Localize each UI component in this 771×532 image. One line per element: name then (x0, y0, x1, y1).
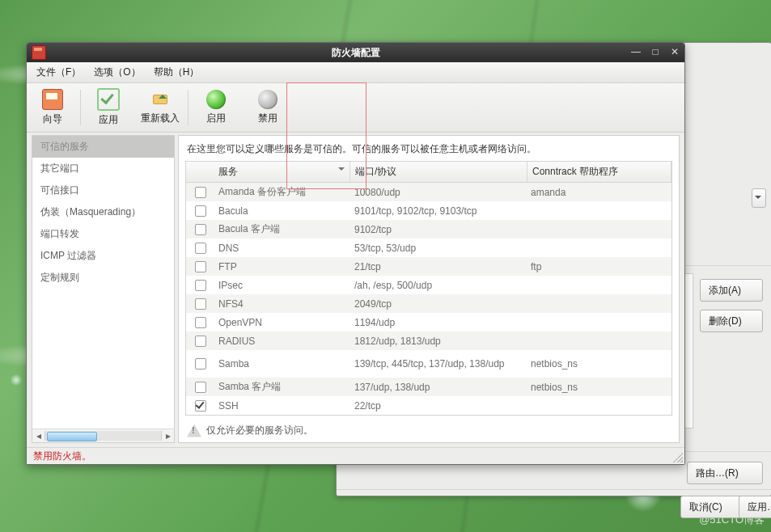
wizard-label: 向导 (43, 112, 62, 126)
cell-port: 2049/tcp (349, 296, 526, 312)
cell-port: 53/tcp, 53/udp (349, 240, 526, 256)
maximize-button[interactable]: □ (649, 45, 662, 58)
cell-port: 1812/udp, 1813/udp (349, 333, 526, 349)
wizard-icon (42, 89, 63, 110)
sidebar-item[interactable]: 其它端口 (32, 158, 174, 179)
divider (337, 489, 771, 490)
row-checkbox[interactable] (195, 224, 206, 235)
row-checkbox[interactable] (195, 298, 206, 310)
firewall-window: 防火墙配置 — □ ✕ 文件（F） 选项（O） 帮助（H） 向导 应用 重新载入… (26, 42, 685, 465)
sidebar: 可信的服务其它端口可信接口伪装（Masquerading）端口转发ICMP 过滤… (32, 135, 175, 443)
table-row[interactable]: Samba139/tcp, 445/tcp, 137/udp, 138/udpn… (186, 350, 671, 378)
footer-text: 仅允许必要的服务访问。 (206, 424, 313, 437)
separator (188, 90, 189, 125)
scroll-left-icon[interactable]: ◂ (32, 430, 44, 441)
disable-label: 禁用 (258, 112, 277, 125)
cell-service: Amanda 备份客户端 (214, 183, 349, 201)
row-checkbox[interactable] (195, 261, 206, 272)
scroll-track[interactable] (44, 431, 162, 441)
sidebar-item[interactable]: 可信的服务 (32, 136, 174, 158)
row-checkbox[interactable] (195, 280, 206, 291)
delete-button[interactable]: 删除(D) (700, 310, 763, 332)
cell-conntrack (526, 320, 671, 325)
cell-conntrack (526, 246, 671, 251)
row-checkbox[interactable] (195, 243, 206, 254)
sidebar-item[interactable]: 端口转发 (32, 223, 174, 245)
sidebar-item[interactable]: 可信接口 (32, 179, 174, 201)
cell-service: RADIUS (214, 333, 349, 349)
row-checkbox[interactable] (195, 400, 206, 412)
cell-conntrack: netbios_ns (526, 379, 671, 395)
cell-port: 9102/tcp (349, 222, 526, 238)
content-panel: 在这里您可以定义哪些服务是可信的。可信的服务可以被任意主机或者网络访问。 服务 … (178, 135, 680, 443)
table-row[interactable]: Bacula 客户端9102/tcp (186, 220, 671, 239)
table-header: 服务 端口/协议 Conntrack 帮助程序 (186, 162, 671, 183)
sidebar-item[interactable]: 定制规则 (32, 267, 174, 289)
footer-note: 仅允许必要的服务访问。 (179, 419, 679, 442)
enable-button[interactable]: 启用 (190, 83, 242, 132)
scroll-thumb[interactable] (47, 432, 97, 441)
row-checkbox[interactable] (195, 382, 206, 393)
cell-service: Samba (214, 356, 349, 372)
cell-service: OpenVPN (214, 315, 349, 331)
apply-button[interactable]: 应用… (739, 496, 771, 518)
status-text: 禁用防火墙。 (33, 450, 91, 463)
reload-button[interactable]: 重新载入 (134, 83, 186, 132)
menubar: 文件（F） 选项（O） 帮助（H） (27, 62, 684, 83)
row-checkbox[interactable] (195, 187, 206, 198)
cell-service: Bacula 客户端 (214, 220, 349, 239)
cell-port: 1194/udp (349, 315, 526, 331)
table-row[interactable]: IPsec/ah, /esp, 500/udp (186, 276, 671, 294)
cell-port: 137/udp, 138/udp (349, 379, 526, 395)
row-checkbox[interactable] (195, 336, 206, 347)
col-port[interactable]: 端口/协议 (350, 162, 527, 182)
table-row[interactable]: Bacula9101/tcp, 9102/tcp, 9103/tcp (186, 201, 671, 220)
col-conntrack[interactable]: Conntrack 帮助程序 (527, 162, 671, 182)
sidebar-scrollbar[interactable]: ◂ ▸ (32, 429, 174, 442)
cell-service: DNS (214, 240, 349, 256)
cell-conntrack (526, 227, 671, 232)
table-row[interactable]: Samba 客户端137/udp, 138/udpnetbios_ns (186, 378, 671, 396)
check-icon (97, 88, 120, 111)
add-button[interactable]: 添加(A) (700, 279, 763, 302)
wizard-button[interactable]: 向导 (27, 83, 78, 132)
cell-port: 9101/tcp, 9102/tcp, 9103/tcp (349, 203, 526, 219)
sidebar-item[interactable]: ICMP 过滤器 (32, 245, 174, 267)
separator (80, 90, 81, 125)
combo-toggle[interactable] (752, 188, 766, 208)
apply-button[interactable]: 应用 (83, 83, 134, 132)
sidebar-item[interactable]: 伪装（Masquerading） (32, 201, 174, 223)
col-checkbox[interactable] (186, 162, 214, 182)
scroll-right-icon[interactable]: ▸ (162, 430, 174, 441)
table-row[interactable]: NFS42049/tcp (186, 294, 671, 313)
close-button[interactable]: ✕ (668, 45, 681, 58)
menu-options[interactable]: 选项（O） (89, 64, 145, 81)
row-checkbox[interactable] (195, 358, 206, 369)
table-row[interactable]: RADIUS1812/udp, 1813/udp (186, 331, 671, 350)
cell-port: /ah, /esp, 500/udp (349, 277, 526, 293)
table-row[interactable]: FTP21/tcpftp (186, 257, 671, 276)
table-row[interactable]: DNS53/tcp, 53/udp (186, 239, 671, 257)
route-button[interactable]: 路由…(R) (687, 462, 763, 484)
table-row[interactable]: OpenVPN1194/udp (186, 313, 671, 331)
menu-file[interactable]: 文件（F） (32, 64, 86, 81)
row-checkbox[interactable] (195, 205, 206, 217)
cell-port: 139/tcp, 445/tcp, 137/udp, 138/udp (349, 356, 526, 372)
table-row[interactable]: SSH22/tcp (186, 396, 671, 415)
cell-service: SSH (214, 398, 349, 414)
cell-service: Bacula (214, 203, 349, 219)
resize-grip[interactable] (673, 453, 683, 462)
cell-conntrack (526, 339, 671, 344)
cell-conntrack (526, 403, 671, 408)
disable-button[interactable]: 禁用 (242, 83, 294, 132)
menu-help[interactable]: 帮助（H） (149, 64, 205, 81)
minimize-button[interactable]: — (629, 45, 642, 58)
col-service[interactable]: 服务 (214, 162, 350, 182)
green-ball-icon (206, 90, 226, 109)
table-row[interactable]: Amanda 备份客户端10080/udpamanda (186, 183, 671, 201)
col-service-label: 服务 (218, 166, 238, 177)
cancel-button[interactable]: 取消(C) (680, 496, 743, 518)
titlebar[interactable]: 防火墙配置 — □ ✕ (27, 43, 684, 62)
reload-label: 重新载入 (141, 112, 180, 125)
row-checkbox[interactable] (195, 317, 206, 328)
